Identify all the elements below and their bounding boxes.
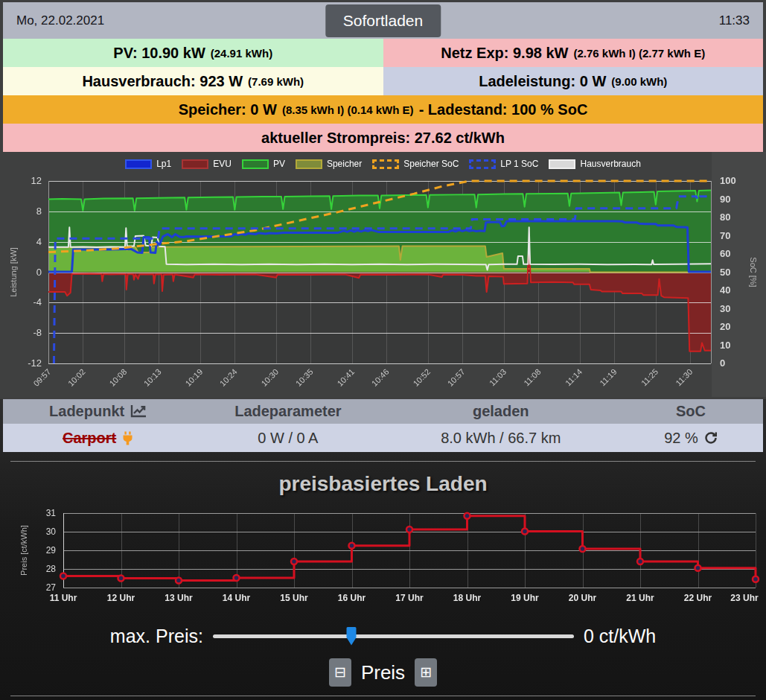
max-price-label: max. Preis: [110,626,203,647]
price-status: aktueller Strompreis: 27.62 ct/kWh [3,124,763,152]
house-consumption-energy: (7.69 kWh) [248,75,304,88]
legend-label: Hausverbrauch [580,159,640,169]
charge-power-value: Ladeleistung: 0 W [479,73,606,90]
price-decrease-button[interactable]: ⊟ [329,658,351,687]
chargepoint-name[interactable]: Carport [63,430,116,447]
max-price-row: max. Preis: 0 ct/kWh [0,621,766,651]
col-geladen: geladen [473,403,529,420]
legend-item-lp1[interactable]: Lp1 [125,159,171,169]
battery-status: Speicher: 0 W(8.35 kWh I) (0.14 kWh E)- … [3,95,763,124]
battery-value: Speicher: 0 W [179,101,277,118]
legend-swatch [296,159,322,169]
legend-label: Speicher SoC [403,159,459,169]
chargepoint-params: 0 W / 0 A [258,430,318,447]
power-chart-panel: Lp1EVUPVSpeicherSpeicher SoCLP 1 SoCHaus… [0,152,766,397]
col-ladeparameter: Ladeparameter [234,403,341,420]
legend-label: LP 1 SoC [500,159,538,169]
legend-item-evu[interactable]: EVU [182,159,232,169]
legend-swatch [549,159,575,169]
battery-energy: (8.35 kWh I) (0.14 kWh E) [282,104,414,116]
price-button-label: Preis [361,661,405,684]
legend-label: Lp1 [156,159,171,169]
grid-export-status: Netz Exp: 9.98 kW(2.76 kWh I) (2.77 kWh … [383,39,764,67]
power-soc-chart [0,152,766,397]
chargepoint-charged: 8.0 kWh / 66.7 km [441,430,561,447]
legend-item-speicher-soc[interactable]: Speicher SoC [372,159,459,169]
charge-power-energy: (9.00 kWh) [611,75,667,88]
chart-legend: Lp1EVUPVSpeicherSpeicher SoCLP 1 SoCHaus… [0,159,766,169]
legend-item-pv[interactable]: PV [242,159,285,169]
grid-export-value: Netz Exp: 9.98 kW [441,45,568,62]
top-bar: Mo, 22.02.2021 Sofortladen 11:33 [3,2,763,39]
legend-label: EVU [213,159,232,169]
price-increase-button[interactable]: ⊞ [415,658,437,687]
charge-power-status: Ladeleistung: 0 W(9.00 kWh) [383,67,764,95]
col-ladepunkt: Ladepunkt [49,403,124,420]
chargepoint-table: Ladepunkt Ladeparameter geladen SoC Carp… [3,399,763,452]
house-consumption-status: Hausverbrauch: 923 W(7.69 kWh) [3,67,383,95]
legend-label: Speicher [327,159,362,169]
lower-section: Ladepunkt Ladeparameter geladen SoC Carp… [0,399,766,700]
legend-swatch [125,159,152,169]
max-price-slider[interactable] [213,634,574,638]
battery-soc: - Ladestand: 100 % SoC [419,101,588,118]
current-price-value: aktueller Strompreis: 27.62 ct/kWh [261,130,505,147]
status-rows: PV: 10.90 kW(24.91 kWh) Netz Exp: 9.98 k… [3,39,763,152]
chargepoint-row[interactable]: Carport 0 W / 0 A 8.0 kWh / 66.7 km 92 % [3,424,763,452]
legend-item-speicher[interactable]: Speicher [296,159,362,169]
price-chart [0,496,766,608]
clock-label: 11:33 [719,13,750,28]
legend-item-lp-1-soc[interactable]: LP 1 SoC [469,159,538,169]
chart-line-icon [130,404,147,419]
max-price-value: 0 ct/kWh [584,626,656,647]
pv-energy: (24.91 kWh) [211,47,272,60]
charge-mode-button[interactable]: Sofortladen [325,4,441,37]
refresh-icon[interactable] [704,431,718,445]
plug-icon [122,431,133,445]
grid-export-energy: (2.76 kWh I) (2.77 kWh E) [573,47,705,60]
price-chart-title: preisbasiertes Laden [0,472,766,496]
date-label: Mo, 22.02.2021 [16,13,104,28]
chargepoint-soc: 92 % [664,430,698,447]
table-header: Ladepunkt Ladeparameter geladen SoC [3,399,763,424]
legend-swatch [242,159,269,169]
legend-swatch [372,159,399,169]
divider-bottom [10,696,756,696]
legend-item-hausverbrauch[interactable]: Hausverbrauch [549,159,640,169]
house-consumption-value: Hausverbrauch: 923 W [82,73,243,90]
legend-swatch [182,159,208,169]
legend-swatch [469,159,496,169]
pv-status: PV: 10.90 kW(24.91 kWh) [3,39,383,67]
col-soc: SoC [676,403,706,420]
slider-handle[interactable] [346,626,357,646]
price-buttons-row: ⊟ Preis ⊞ [0,658,766,687]
legend-label: PV [273,159,285,169]
divider-top [10,461,756,462]
pv-value: PV: 10.90 kW [113,45,205,62]
